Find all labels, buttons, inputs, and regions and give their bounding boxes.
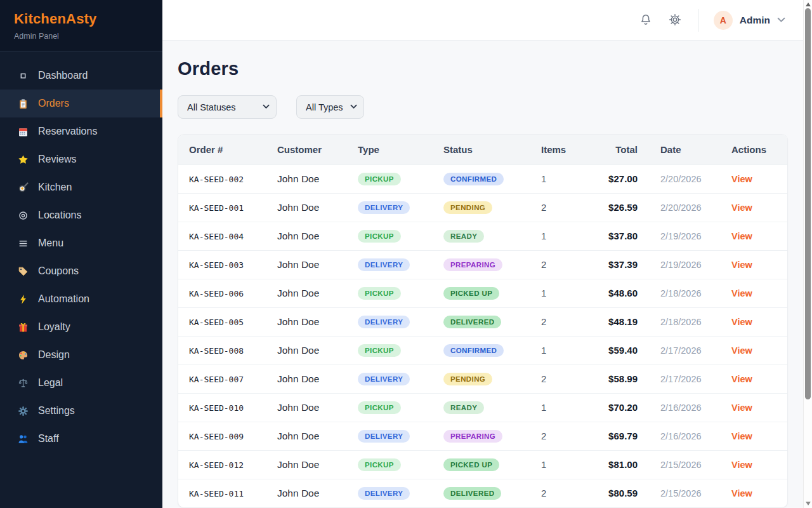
- sidebar-item-dashboard[interactable]: Dashboard: [0, 62, 162, 90]
- lightning-icon: [17, 294, 29, 305]
- main-area: A Admin Orders All Statuses All Types: [162, 0, 803, 508]
- sidebar-item-menu[interactable]: Menu: [0, 229, 162, 257]
- view-link[interactable]: View: [731, 345, 752, 356]
- type-badge: DELIVERY: [358, 487, 410, 500]
- view-link[interactable]: View: [731, 403, 752, 413]
- sidebar-item-design[interactable]: Design: [0, 341, 162, 369]
- topbar: A Admin: [162, 0, 803, 41]
- order-id-cell: KA-SEED-001: [178, 193, 277, 222]
- status-badge: PENDING: [443, 373, 492, 385]
- status-badge: CONFIRMED: [443, 344, 504, 357]
- view-link[interactable]: View: [731, 203, 752, 213]
- order-id: KA-SEED-005: [189, 318, 244, 327]
- view-link[interactable]: View: [731, 174, 752, 184]
- type-badge: DELIVERY: [358, 430, 410, 443]
- date-cell: 2/18/2026: [638, 307, 731, 336]
- view-link[interactable]: View: [731, 288, 752, 298]
- view-link[interactable]: View: [731, 431, 752, 441]
- sidebar-item-label: Loyalty: [38, 321, 70, 333]
- sidebar-item-label: Staff: [38, 433, 59, 444]
- total-cell: $59.40: [585, 336, 638, 364]
- sidebar-item-label: Menu: [38, 237, 63, 249]
- type-cell: PICKUP: [357, 279, 443, 307]
- actions-cell: View: [731, 250, 788, 279]
- logo-block: KitchenAsty Admin Panel: [0, 0, 162, 51]
- sidebar-item-loyalty[interactable]: Loyalty: [0, 313, 162, 341]
- square-icon: [17, 70, 29, 81]
- sidebar-item-locations[interactable]: Locations: [0, 201, 162, 229]
- column-header-actions: Actions: [731, 135, 788, 164]
- topbar-divider: [698, 9, 698, 32]
- sidebar-nav: DashboardOrdersReservationsReviewsKitche…: [0, 51, 162, 453]
- customer-cell: John Doe: [277, 422, 357, 450]
- actions-cell: View: [731, 336, 788, 364]
- actions-cell: View: [731, 307, 788, 336]
- actions-cell: View: [731, 279, 788, 307]
- bell-icon[interactable]: [639, 13, 653, 27]
- total-cell: $69.79: [585, 422, 638, 450]
- column-header-order: Order #: [178, 135, 277, 164]
- sidebar-item-staff[interactable]: Staff: [0, 425, 162, 453]
- column-header-date: Date: [638, 135, 731, 164]
- customer-cell: John Doe: [277, 393, 357, 422]
- gear-icon[interactable]: [669, 13, 683, 27]
- scrollbar-thumb[interactable]: [805, 8, 811, 399]
- status-filter-select[interactable]: All Statuses: [178, 95, 277, 119]
- chevron-down-icon: [777, 17, 785, 23]
- sidebar-item-reviews[interactable]: Reviews: [0, 145, 162, 173]
- customer-cell: John Doe: [277, 336, 357, 364]
- sidebar-item-label: Reviews: [38, 154, 76, 165]
- sidebar-item-label: Legal: [38, 377, 63, 389]
- status-cell: PREPARING: [443, 250, 540, 279]
- date-cell: 2/17/2026: [638, 336, 731, 364]
- actions-cell: View: [731, 450, 788, 479]
- total-cell: $48.19: [585, 307, 638, 336]
- status-badge: PICKED UP: [443, 458, 499, 471]
- people-icon: [17, 434, 29, 444]
- gift-icon: [17, 322, 29, 333]
- sidebar-item-coupons[interactable]: Coupons: [0, 257, 162, 285]
- actions-cell: View: [731, 193, 788, 222]
- vertical-scrollbar[interactable]: [803, 0, 812, 508]
- type-filter-select[interactable]: All Types: [296, 95, 364, 119]
- customer-cell: John Doe: [277, 193, 357, 222]
- column-header-items: Items: [540, 135, 585, 164]
- status-badge: READY: [443, 230, 484, 243]
- order-id-cell: KA-SEED-008: [178, 336, 277, 364]
- user-menu[interactable]: A Admin: [714, 11, 785, 30]
- view-link[interactable]: View: [731, 231, 752, 241]
- customer-cell: John Doe: [277, 450, 357, 479]
- scrollbar-down-arrow-icon[interactable]: [804, 500, 812, 507]
- sidebar: KitchenAsty Admin Panel DashboardOrdersR…: [0, 0, 162, 508]
- view-link[interactable]: View: [731, 260, 752, 270]
- sidebar-item-legal[interactable]: Legal: [0, 369, 162, 397]
- filters: All Statuses All Types: [178, 95, 788, 119]
- scrollbar-up-arrow-icon[interactable]: [804, 1, 812, 8]
- order-id-cell: KA-SEED-002: [178, 164, 277, 193]
- orders-table: Order #CustomerTypeStatusItemsTotalDateA…: [178, 135, 788, 507]
- status-badge: READY: [443, 401, 484, 414]
- total-cell: $70.20: [585, 393, 638, 422]
- sidebar-item-automation[interactable]: Automation: [0, 285, 162, 313]
- pan-icon: [17, 182, 29, 193]
- sidebar-item-settings[interactable]: Settings: [0, 397, 162, 425]
- sidebar-item-reservations[interactable]: Reservations: [0, 117, 162, 145]
- sidebar-item-kitchen[interactable]: Kitchen: [0, 173, 162, 201]
- customer-cell: John Doe: [277, 479, 357, 507]
- scales-icon: [17, 378, 29, 389]
- items-cell: 1: [540, 450, 585, 479]
- order-id: KA-SEED-010: [189, 403, 244, 413]
- actions-cell: View: [731, 364, 788, 393]
- items-cell: 2: [540, 364, 585, 393]
- view-link[interactable]: View: [731, 488, 752, 498]
- order-id: KA-SEED-008: [189, 346, 244, 356]
- view-link[interactable]: View: [731, 317, 752, 327]
- sidebar-item-label: Kitchen: [38, 182, 72, 193]
- view-link[interactable]: View: [731, 374, 752, 384]
- total-cell: $58.99: [585, 364, 638, 393]
- type-badge: PICKUP: [358, 173, 401, 185]
- view-link[interactable]: View: [731, 460, 752, 470]
- total-cell: $80.59: [585, 479, 638, 507]
- star-icon: [17, 154, 29, 165]
- sidebar-item-orders[interactable]: Orders: [0, 90, 162, 117]
